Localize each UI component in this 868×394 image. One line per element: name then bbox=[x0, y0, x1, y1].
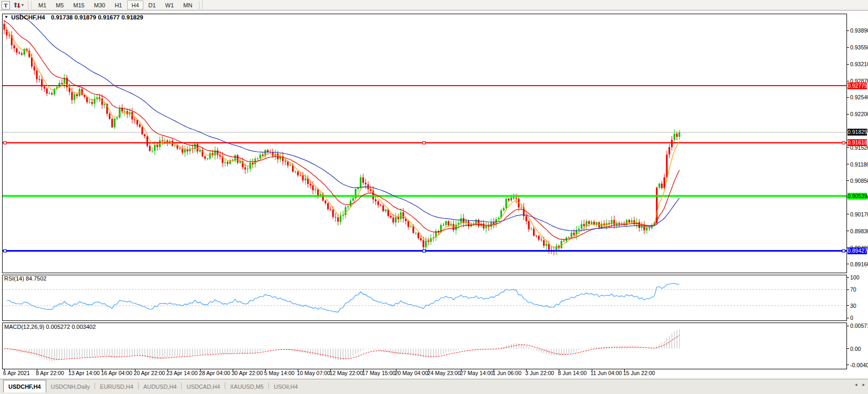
macd-tick-label: 0.005718 bbox=[850, 323, 868, 329]
price-tick-label: 0.89160 bbox=[850, 261, 868, 267]
tab-audusd-h4[interactable]: AUDUSD,H4 bbox=[139, 381, 182, 392]
time-tick-label: 20 Apr 22:00 bbox=[134, 370, 165, 376]
price-tick-mark bbox=[847, 81, 849, 81]
price-tick-mark bbox=[847, 231, 849, 231]
price-tick-mark bbox=[847, 147, 849, 148]
timeframe-button-d1[interactable]: D1 bbox=[144, 1, 160, 9]
arrow-objects-icon bbox=[13, 2, 20, 8]
macd-tick-mark bbox=[847, 365, 849, 365]
price-tick-mark bbox=[847, 64, 849, 65]
tab-usdcnh-daily[interactable]: USDCNH,Daily bbox=[46, 381, 95, 392]
chart-tab-bar: USDCHF,H4USDCNH,DailyEURUSD,H4AUDUSD,H4U… bbox=[0, 379, 868, 394]
timeframe-button-h4[interactable]: H4 bbox=[127, 1, 143, 9]
time-tick-label: 20 May 04:00 bbox=[395, 370, 428, 376]
time-tick-label: 10 May 07:00 bbox=[297, 370, 330, 376]
tab-usdcad-h4[interactable]: USDCAD,H4 bbox=[182, 381, 225, 392]
time-tick-label: 15 Jun 22:00 bbox=[623, 370, 655, 376]
toolbar: T ▾ M1M5M15M30H1H4D1W1MN bbox=[0, 0, 868, 11]
macd-tick-label: -0.00409 bbox=[850, 362, 868, 368]
rsi-tick-mark bbox=[847, 305, 849, 306]
price-tick-label: 0.93550 bbox=[850, 44, 868, 50]
timeframe-button-m30[interactable]: M30 bbox=[90, 1, 109, 9]
price-badge-0.89427: 0.89427 bbox=[848, 247, 867, 254]
time-tick-label: 23 Apr 14:00 bbox=[166, 370, 198, 376]
price-tick-mark bbox=[847, 114, 849, 115]
time-tick-label: 8 Apr 22:00 bbox=[36, 370, 64, 376]
price-tick-mark bbox=[847, 214, 849, 214]
time-tick-label: 27 May 14:00 bbox=[460, 370, 494, 376]
time-tick-label: 16 Apr 04:00 bbox=[101, 370, 132, 376]
time-tick-label: 1 Jun 06:00 bbox=[493, 370, 521, 376]
price-tick-label: 0.92200 bbox=[850, 111, 868, 117]
line-handle bbox=[423, 141, 425, 144]
macd-label: MACD(12,26,9) 0.005272 0.003402 bbox=[4, 324, 96, 330]
toolbar-separator2 bbox=[199, 1, 203, 9]
rsi-label: RSI(14) 84.7502 bbox=[4, 275, 47, 282]
chart-menu-marker-icon[interactable]: ▼ bbox=[4, 15, 8, 19]
time-tick-label: 17 May 15:00 bbox=[362, 370, 396, 376]
arrows-tool-button[interactable]: ▾ bbox=[11, 1, 26, 9]
tab-scroll-left-icon[interactable]: ◂ bbox=[855, 382, 857, 387]
time-tick-label: 6 Apr 2021 bbox=[3, 370, 30, 376]
timeframe-button-m5[interactable]: M5 bbox=[51, 1, 68, 9]
macd-tick-mark bbox=[847, 326, 849, 326]
toolbar-separator bbox=[28, 1, 32, 9]
timeframe-button-m15[interactable]: M15 bbox=[69, 1, 89, 9]
macd-panel[interactable] bbox=[2, 323, 847, 369]
rsi-tick-mark bbox=[847, 277, 849, 278]
time-tick-label: 8 Jun 14:00 bbox=[558, 370, 587, 376]
chart-title: ▼ USDCHF,H4 0.91738 0.91879 0.91677 0.91… bbox=[4, 14, 143, 20]
rsi-panel[interactable] bbox=[2, 275, 847, 321]
rsi-tick-label: 70 bbox=[850, 286, 856, 293]
timeframe-button-mn[interactable]: MN bbox=[179, 1, 196, 9]
macd-tick-label: 0.00 bbox=[850, 346, 861, 352]
time-tick-label: 24 May 23:00 bbox=[427, 370, 461, 376]
price-tick-mark bbox=[847, 264, 849, 264]
timeframe-toolbar: M1M5M15M30H1H4D1W1MN bbox=[34, 1, 197, 9]
price-tick-label: 0.93210 bbox=[850, 61, 868, 67]
price-tick-mark bbox=[847, 97, 849, 98]
tab-scroll-right-icon[interactable]: ▸ bbox=[862, 382, 865, 387]
timeframe-button-h1[interactable]: H1 bbox=[110, 1, 126, 9]
tab-usoil-h4[interactable]: USOil,H4 bbox=[269, 381, 302, 392]
text-tool-button[interactable]: T bbox=[2, 1, 10, 9]
time-tick-label: 28 Apr 04:00 bbox=[199, 370, 231, 376]
price-tick-label: 0.90850 bbox=[850, 178, 868, 184]
macd-tick-mark bbox=[847, 348, 849, 349]
time-tick-label: 5 May 14:00 bbox=[264, 370, 295, 376]
rsi-tick-label: 30 bbox=[850, 303, 856, 309]
chart-tabs: USDCHF,H4USDCNH,DailyEURUSD,H4AUDUSD,H4U… bbox=[0, 379, 302, 392]
price-tick-label: 0.92540 bbox=[850, 94, 868, 100]
price-tick-mark bbox=[847, 180, 849, 181]
time-tick-label: 13 Apr 14:00 bbox=[68, 370, 100, 376]
line-handle bbox=[4, 141, 6, 144]
time-tick-label: 3 Jun 22:00 bbox=[525, 370, 554, 376]
price-badge-0.90539: 0.90539 bbox=[848, 193, 867, 200]
price-tick-mark bbox=[847, 47, 849, 48]
time-tick-label: 11 Jun 04:00 bbox=[591, 370, 622, 376]
tab-scroll-arrows: ◂ ▸ bbox=[855, 382, 865, 387]
price-badge-0.92775: 0.92775 bbox=[848, 82, 867, 89]
rsi-tick-mark bbox=[847, 289, 849, 290]
timeframe-button-m1[interactable]: M1 bbox=[34, 1, 50, 9]
line-handle bbox=[842, 141, 845, 144]
price-tick-mark bbox=[847, 164, 849, 164]
time-tick-label: 12 May 22:00 bbox=[329, 370, 363, 376]
main-chart-plot[interactable] bbox=[2, 14, 847, 273]
price-tick-label: 0.93890 bbox=[850, 27, 868, 34]
timeframe-button-w1[interactable]: W1 bbox=[161, 1, 179, 9]
time-tick-label: 30 Apr 22:00 bbox=[232, 370, 263, 376]
line-handle bbox=[842, 250, 845, 252]
rsi-tick-label: 100 bbox=[850, 274, 860, 281]
current-price-badge: 0.91829 bbox=[848, 129, 867, 136]
price-tick-label: 0.91180 bbox=[850, 161, 868, 168]
line-handle bbox=[4, 250, 6, 252]
rsi-tick-label: 0 bbox=[850, 315, 853, 321]
tab-eurusd-h4[interactable]: EURUSD,H4 bbox=[95, 381, 138, 392]
chart-symbol-period: USDCHF,H4 bbox=[11, 14, 45, 20]
line-handle bbox=[423, 250, 425, 252]
price-tick-label: 0.89830 bbox=[850, 228, 868, 234]
tab-usdchf-h4[interactable]: USDCHF,H4 bbox=[3, 380, 46, 392]
tab-xauusd-m5[interactable]: XAUUSD,M5 bbox=[225, 381, 268, 392]
price-tick-mark bbox=[847, 30, 849, 31]
